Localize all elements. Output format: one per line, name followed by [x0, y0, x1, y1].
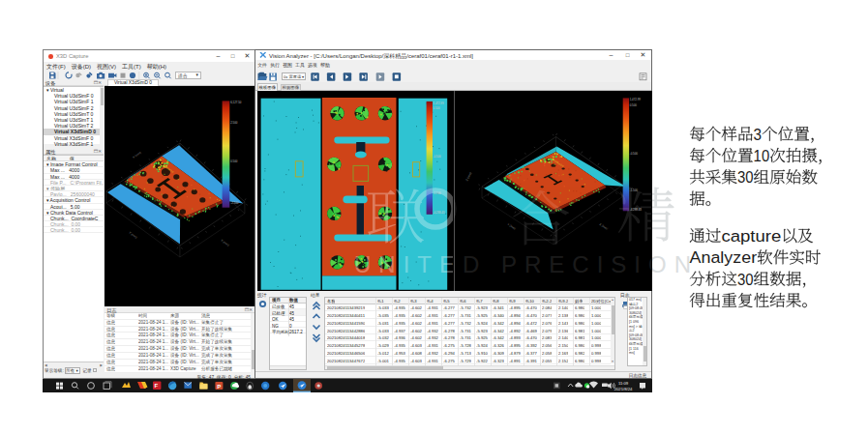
svg-text:capture: capture: [721, 227, 781, 246]
svg-text:30: 30: [737, 168, 754, 187]
svg-text:10: 10: [754, 147, 770, 165]
svg-text:30: 30: [737, 271, 754, 289]
svg-text:Analyzer: Analyzer: [690, 248, 758, 267]
svg-text:3: 3: [754, 126, 763, 144]
